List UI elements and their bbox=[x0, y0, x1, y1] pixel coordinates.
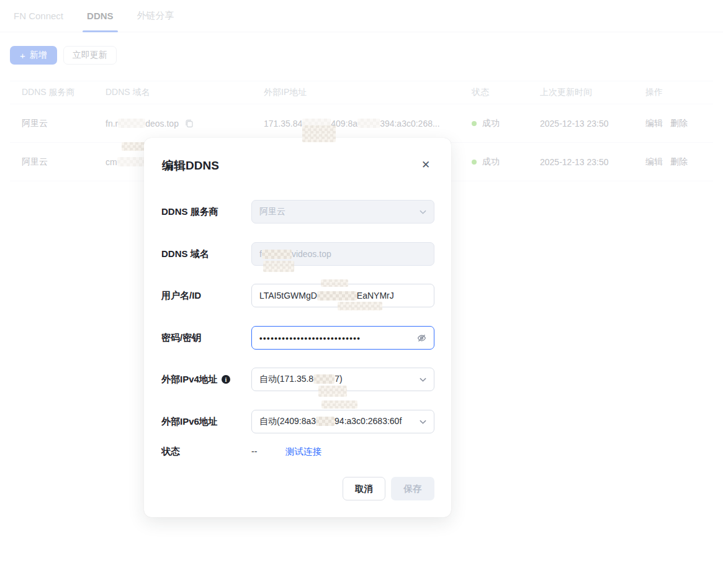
chevron-down-icon bbox=[419, 208, 427, 218]
field-ipv6: 外部IPv6地址 自动(2409:8a394:a3c0:2683:60f bbox=[161, 410, 434, 433]
censor-block bbox=[262, 250, 292, 259]
password-label: 密码/密钥 bbox=[161, 332, 251, 344]
password-input[interactable]: ••••••••••••••••••••••••••• bbox=[251, 326, 434, 350]
censor-smear bbox=[318, 386, 347, 397]
username-value-a: LTAI5tGWMgD bbox=[259, 291, 317, 301]
status-label: 状态 bbox=[161, 446, 251, 458]
censor-smear bbox=[302, 125, 336, 142]
save-button[interactable]: 保存 bbox=[391, 477, 434, 500]
censor-block bbox=[317, 291, 357, 301]
password-masked-value: ••••••••••••••••••••••••••• bbox=[259, 333, 377, 343]
domain-label: DDNS 域名 bbox=[161, 248, 251, 260]
ipv4-label-text: 外部IPv4地址 bbox=[161, 374, 218, 386]
status-value: -- bbox=[251, 446, 285, 456]
chevron-down-icon bbox=[419, 418, 427, 428]
censor-smear bbox=[338, 302, 382, 310]
ipv4-value-a: 自动(171.35.8 bbox=[259, 374, 313, 384]
field-provider: DDNS 服务商 阿里云 bbox=[161, 200, 434, 224]
field-domain: DDNS 域名 fvideos.top bbox=[161, 242, 434, 266]
censor-smear bbox=[321, 279, 348, 287]
info-icon[interactable]: i bbox=[222, 375, 230, 384]
eye-off-icon[interactable] bbox=[416, 333, 427, 345]
field-status: 状态 -- 测试连接 bbox=[161, 444, 434, 459]
censor-block bbox=[316, 417, 335, 426]
ipv6-label: 外部IPv6地址 bbox=[161, 416, 251, 428]
chevron-down-icon bbox=[419, 376, 427, 386]
field-username: 用户名/ID LTAI5tGWMgDEaNYMrJ bbox=[161, 284, 434, 307]
field-ipv4: 外部IPv4地址 i 自动(171.35.87) bbox=[161, 368, 434, 391]
username-value-b: EaNYMrJ bbox=[357, 291, 394, 301]
provider-select[interactable]: 阿里云 bbox=[251, 200, 434, 224]
censor-smear bbox=[321, 400, 357, 409]
dialog-title: 编辑DDNS bbox=[162, 158, 219, 174]
domain-value-b: videos.top bbox=[292, 249, 331, 259]
ipv4-label: 外部IPv4地址 i bbox=[161, 374, 251, 386]
username-label: 用户名/ID bbox=[161, 290, 251, 302]
field-password: 密码/密钥 ••••••••••••••••••••••••••• bbox=[161, 326, 434, 350]
censor-block bbox=[313, 374, 335, 384]
provider-label: DDNS 服务商 bbox=[161, 206, 251, 218]
close-icon[interactable]: ✕ bbox=[419, 158, 433, 171]
edit-ddns-dialog: 编辑DDNS ✕ DDNS 服务商 阿里云 DDNS 域名 fvideos.to… bbox=[144, 138, 451, 517]
ipv6-select[interactable]: 自动(2409:8a394:a3c0:2683:60f bbox=[251, 410, 434, 433]
censor-smear bbox=[122, 142, 146, 151]
ddns-settings-page: FN Connect DDNS 外链分享 + 新增 立即更新 DDNS 服务商 … bbox=[0, 0, 723, 588]
cancel-button[interactable]: 取消 bbox=[343, 477, 385, 500]
ipv4-value-b: 7) bbox=[335, 374, 342, 384]
provider-value: 阿里云 bbox=[259, 206, 285, 217]
censor-smear bbox=[263, 261, 294, 272]
status-value-wrap: -- 测试连接 bbox=[251, 446, 321, 458]
test-connection-link[interactable]: 测试连接 bbox=[285, 446, 321, 458]
dialog-footer: 取消 保存 bbox=[343, 477, 434, 500]
ipv6-value-a: 自动(2409:8a3 bbox=[259, 416, 316, 426]
ipv6-value-b: 94:a3c0:2683:60f bbox=[335, 416, 402, 426]
